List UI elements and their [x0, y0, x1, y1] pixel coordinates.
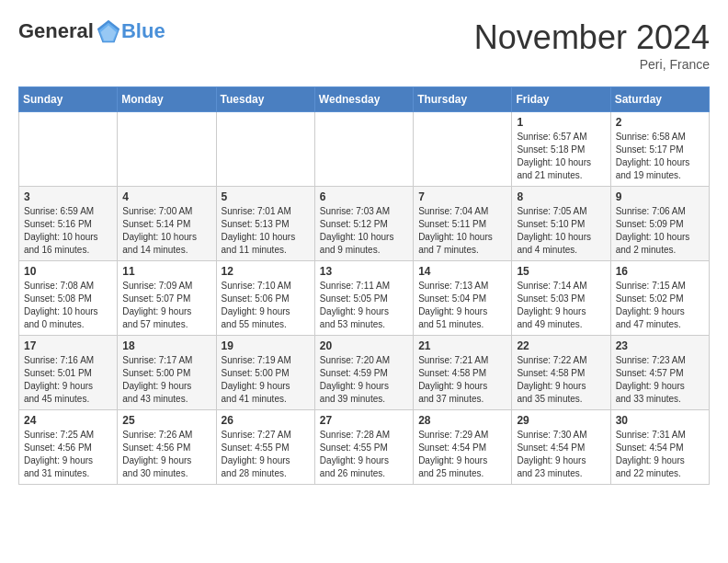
calendar-cell: 27Sunrise: 7:28 AM Sunset: 4:55 PM Dayli…	[314, 410, 413, 485]
day-number: 12	[222, 265, 310, 278]
day-info: Sunrise: 7:30 AM Sunset: 4:54 PM Dayligh…	[517, 429, 605, 480]
day-number: 16	[616, 265, 704, 278]
day-number: 5	[222, 190, 310, 203]
day-number: 8	[517, 190, 605, 203]
day-info: Sunrise: 6:59 AM Sunset: 5:16 PM Dayligh…	[24, 205, 112, 257]
calendar-cell: 3Sunrise: 6:59 AM Sunset: 5:16 PM Daylig…	[19, 187, 118, 261]
calendar-cell: 23Sunrise: 7:23 AM Sunset: 4:57 PM Dayli…	[610, 336, 709, 410]
calendar-cell	[216, 112, 314, 187]
day-info: Sunrise: 7:31 AM Sunset: 4:54 PM Dayligh…	[616, 429, 704, 480]
day-number: 10	[24, 265, 112, 278]
day-number: 25	[122, 414, 210, 427]
day-info: Sunrise: 7:04 AM Sunset: 5:11 PM Dayligh…	[418, 205, 506, 257]
day-info: Sunrise: 6:57 AM Sunset: 5:18 PM Dayligh…	[517, 131, 605, 182]
calendar-header-friday: Friday	[512, 87, 610, 112]
day-info: Sunrise: 7:05 AM Sunset: 5:10 PM Dayligh…	[517, 205, 605, 257]
calendar-header-thursday: Thursday	[414, 87, 512, 112]
day-info: Sunrise: 7:14 AM Sunset: 5:03 PM Dayligh…	[517, 280, 605, 331]
day-number: 22	[517, 339, 605, 352]
calendar-cell	[118, 112, 216, 187]
day-number: 15	[517, 265, 605, 278]
month-title: November 2024	[474, 18, 710, 57]
day-number: 18	[122, 339, 210, 352]
day-number: 9	[616, 190, 704, 203]
calendar-cell: 26Sunrise: 7:27 AM Sunset: 4:55 PM Dayli…	[216, 410, 314, 485]
calendar-cell: 6Sunrise: 7:03 AM Sunset: 5:12 PM Daylig…	[314, 187, 413, 261]
calendar-cell: 8Sunrise: 7:05 AM Sunset: 5:10 PM Daylig…	[512, 187, 610, 261]
calendar-cell: 10Sunrise: 7:08 AM Sunset: 5:08 PM Dayli…	[19, 261, 118, 336]
day-number: 30	[616, 414, 704, 427]
day-info: Sunrise: 7:25 AM Sunset: 4:56 PM Dayligh…	[24, 429, 112, 480]
calendar-cell: 1Sunrise: 6:57 AM Sunset: 5:18 PM Daylig…	[512, 112, 610, 187]
day-number: 17	[24, 339, 112, 352]
day-info: Sunrise: 7:21 AM Sunset: 4:58 PM Dayligh…	[418, 354, 506, 406]
calendar-cell: 18Sunrise: 7:17 AM Sunset: 5:00 PM Dayli…	[118, 336, 216, 410]
calendar-week-row: 1Sunrise: 6:57 AM Sunset: 5:18 PM Daylig…	[19, 112, 710, 187]
day-info: Sunrise: 7:28 AM Sunset: 4:55 PM Dayligh…	[320, 429, 408, 480]
calendar-header-row: SundayMondayTuesdayWednesdayThursdayFrid…	[19, 87, 710, 112]
calendar-cell: 13Sunrise: 7:11 AM Sunset: 5:05 PM Dayli…	[314, 261, 413, 336]
day-number: 7	[418, 190, 506, 203]
logo-general: General	[18, 19, 94, 43]
day-info: Sunrise: 7:01 AM Sunset: 5:13 PM Dayligh…	[222, 205, 310, 257]
day-number: 13	[320, 265, 408, 278]
calendar-cell: 5Sunrise: 7:01 AM Sunset: 5:13 PM Daylig…	[216, 187, 314, 261]
calendar-cell: 20Sunrise: 7:20 AM Sunset: 4:59 PM Dayli…	[314, 336, 413, 410]
calendar-cell: 25Sunrise: 7:26 AM Sunset: 4:56 PM Dayli…	[118, 410, 216, 485]
day-info: Sunrise: 7:23 AM Sunset: 4:57 PM Dayligh…	[616, 354, 704, 406]
title-area: November 2024 Peri, France	[474, 18, 710, 72]
day-info: Sunrise: 6:58 AM Sunset: 5:17 PM Dayligh…	[616, 131, 704, 182]
day-number: 14	[418, 265, 506, 278]
calendar-cell: 28Sunrise: 7:29 AM Sunset: 4:54 PM Dayli…	[414, 410, 512, 485]
day-number: 21	[418, 339, 506, 352]
day-number: 19	[222, 339, 310, 352]
day-info: Sunrise: 7:11 AM Sunset: 5:05 PM Dayligh…	[320, 280, 408, 331]
day-info: Sunrise: 7:09 AM Sunset: 5:07 PM Dayligh…	[122, 280, 210, 331]
calendar-cell: 12Sunrise: 7:10 AM Sunset: 5:06 PM Dayli…	[216, 261, 314, 336]
calendar: SundayMondayTuesdayWednesdayThursdayFrid…	[18, 86, 710, 485]
calendar-cell: 11Sunrise: 7:09 AM Sunset: 5:07 PM Dayli…	[118, 261, 216, 336]
calendar-cell: 7Sunrise: 7:04 AM Sunset: 5:11 PM Daylig…	[414, 187, 512, 261]
day-number: 26	[222, 414, 310, 427]
day-number: 27	[320, 414, 408, 427]
calendar-week-row: 10Sunrise: 7:08 AM Sunset: 5:08 PM Dayli…	[19, 261, 710, 336]
day-info: Sunrise: 7:26 AM Sunset: 4:56 PM Dayligh…	[122, 429, 210, 480]
calendar-header-tuesday: Tuesday	[216, 87, 314, 112]
day-info: Sunrise: 7:10 AM Sunset: 5:06 PM Dayligh…	[222, 280, 310, 331]
calendar-cell: 14Sunrise: 7:13 AM Sunset: 5:04 PM Dayli…	[414, 261, 512, 336]
logo-blue: Blue	[121, 19, 165, 43]
calendar-week-row: 3Sunrise: 6:59 AM Sunset: 5:16 PM Daylig…	[19, 187, 710, 261]
calendar-cell	[314, 112, 413, 187]
day-number: 1	[517, 116, 605, 129]
calendar-week-row: 24Sunrise: 7:25 AM Sunset: 4:56 PM Dayli…	[19, 410, 710, 485]
calendar-cell	[19, 112, 118, 187]
day-number: 28	[418, 414, 506, 427]
day-info: Sunrise: 7:22 AM Sunset: 4:58 PM Dayligh…	[517, 354, 605, 406]
day-number: 20	[320, 339, 408, 352]
day-info: Sunrise: 7:16 AM Sunset: 5:01 PM Dayligh…	[24, 354, 112, 406]
calendar-cell: 2Sunrise: 6:58 AM Sunset: 5:17 PM Daylig…	[610, 112, 709, 187]
logo: General Blue	[18, 18, 165, 44]
day-info: Sunrise: 7:13 AM Sunset: 5:04 PM Dayligh…	[418, 280, 506, 331]
calendar-cell: 22Sunrise: 7:22 AM Sunset: 4:58 PM Dayli…	[512, 336, 610, 410]
day-info: Sunrise: 7:03 AM Sunset: 5:12 PM Dayligh…	[320, 205, 408, 257]
day-info: Sunrise: 7:00 AM Sunset: 5:14 PM Dayligh…	[122, 205, 210, 257]
calendar-cell: 16Sunrise: 7:15 AM Sunset: 5:02 PM Dayli…	[610, 261, 709, 336]
day-number: 3	[24, 190, 112, 203]
calendar-cell: 29Sunrise: 7:30 AM Sunset: 4:54 PM Dayli…	[512, 410, 610, 485]
day-number: 24	[24, 414, 112, 427]
day-number: 29	[517, 414, 605, 427]
calendar-header-wednesday: Wednesday	[314, 87, 413, 112]
calendar-cell: 30Sunrise: 7:31 AM Sunset: 4:54 PM Dayli…	[610, 410, 709, 485]
calendar-cell: 24Sunrise: 7:25 AM Sunset: 4:56 PM Dayli…	[19, 410, 118, 485]
calendar-cell: 19Sunrise: 7:19 AM Sunset: 5:00 PM Dayli…	[216, 336, 314, 410]
day-info: Sunrise: 7:20 AM Sunset: 4:59 PM Dayligh…	[320, 354, 408, 406]
calendar-week-row: 17Sunrise: 7:16 AM Sunset: 5:01 PM Dayli…	[19, 336, 710, 410]
day-number: 23	[616, 339, 704, 352]
day-info: Sunrise: 7:19 AM Sunset: 5:00 PM Dayligh…	[222, 354, 310, 406]
day-info: Sunrise: 7:08 AM Sunset: 5:08 PM Dayligh…	[24, 280, 112, 331]
day-number: 6	[320, 190, 408, 203]
day-number: 4	[122, 190, 210, 203]
day-number: 2	[616, 116, 704, 129]
location: Peri, France	[474, 57, 710, 72]
